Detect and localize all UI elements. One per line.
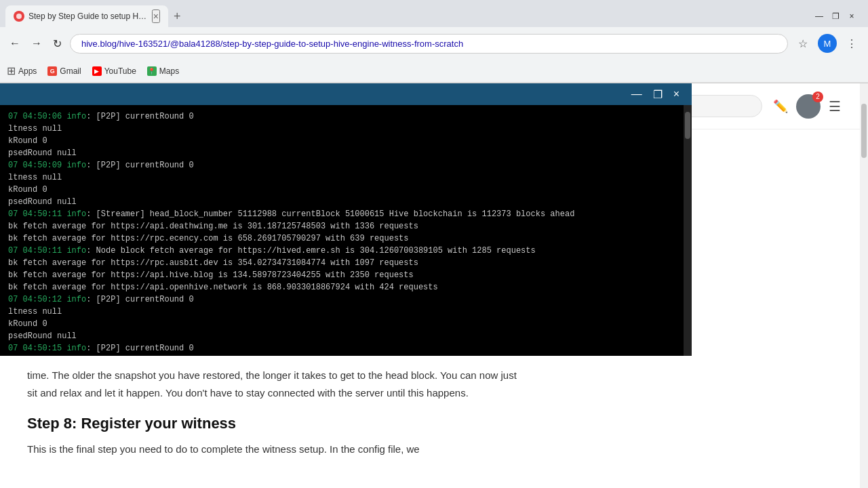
window-controls: — ❐ × — [814, 11, 863, 22]
tab-close-button[interactable]: × — [152, 9, 160, 23]
article-section: time. The older the snapshot you have re… — [0, 356, 868, 469]
back-button[interactable]: ← — [7, 35, 23, 52]
terminal-close-button[interactable]: × — [669, 87, 684, 102]
terminal-line-3: kRound 0 — [8, 135, 684, 147]
url-input[interactable] — [70, 34, 788, 54]
bookmark-apps[interactable]: ⊞ Apps — [7, 64, 37, 77]
bookmark-youtube[interactable]: ▶ YouTube — [92, 66, 136, 76]
terminal-line-11: bk fetch average for https://rpc.ecency.… — [8, 232, 684, 245]
terminal-window: — ❐ × 07 04:50:06 info: [P2P] currentRou… — [0, 83, 692, 356]
terminal-window-controls: — ❐ × — [627, 87, 684, 102]
reload-button[interactable]: ↻ — [50, 35, 64, 53]
address-bar: ← → ↻ ☆ M ⋮ — [0, 27, 868, 60]
toolbar-icons: ☆ M ⋮ — [793, 34, 861, 53]
apps-grid-icon: ⊞ — [7, 64, 16, 77]
terminal-line-15: bk fetch average for https://api.openhiv… — [8, 281, 684, 293]
apps-label: Apps — [18, 66, 37, 76]
terminal-line-1: 07 04:50:06 info: [P2P] currentRound 0 — [8, 110, 684, 123]
active-tab[interactable]: Step by Step Guide to setup Hiv... × — [5, 5, 168, 27]
terminal-line-5: 07 04:50:09 info: [P2P] currentRound 0 — [8, 159, 684, 171]
bookmark-maps[interactable]: 📍 Maps — [147, 66, 179, 76]
notification-badge: 2 — [812, 92, 823, 102]
maximize-button[interactable]: ❐ — [830, 11, 841, 22]
tab-title: Step by Step Guide to setup Hiv... — [28, 12, 148, 21]
gmail-icon: G — [47, 66, 57, 76]
maps-label: Maps — [159, 66, 179, 76]
terminal-line-7: kRound 0 — [8, 184, 684, 196]
maps-icon: 📍 — [147, 66, 157, 76]
tab-favicon — [14, 11, 24, 22]
terminal-line-12: 07 04:50:11 info: Node block fetch avera… — [8, 245, 684, 257]
terminal-line-6: ltness null — [8, 171, 684, 184]
profile-button[interactable]: M — [818, 34, 837, 53]
terminal-line-14: bk fetch average for https://api.hive.bl… — [8, 269, 684, 281]
terminal-line-9: 07 04:50:11 info: [Streamer] head_block_… — [8, 208, 684, 220]
terminal-line-2: ltness null — [8, 123, 684, 135]
terminal-line-19: psedRound null — [8, 330, 684, 342]
bookmark-button[interactable]: ☆ — [793, 34, 812, 53]
step8-text: This is the final step you need to do to… — [27, 441, 529, 458]
menu-button[interactable]: ⋮ — [842, 34, 861, 53]
page-scrollbar-thumb[interactable] — [861, 104, 867, 158]
terminal-line-17: ltness null — [8, 306, 684, 318]
youtube-label: YouTube — [104, 66, 136, 76]
header-actions: ✏️ 2 ☰ — [773, 94, 841, 119]
gmail-label: Gmail — [60, 66, 81, 76]
terminal-line-21: ltness null — [8, 354, 684, 356]
svg-point-0 — [16, 14, 22, 19]
page-content: HIVE BLOG Posts Proposals Witnesses Our … — [0, 83, 868, 488]
browser-chrome: Step by Step Guide to setup Hiv... × + —… — [0, 0, 868, 83]
terminal-line-4: psedRound null — [8, 147, 684, 159]
terminal-scrollbar[interactable] — [684, 105, 692, 356]
terminal-line-8: psedRound null — [8, 196, 684, 208]
step8-heading: Step 8: Register your witness — [27, 415, 841, 432]
bookmark-gmail[interactable]: G Gmail — [47, 66, 81, 76]
user-avatar[interactable]: 2 — [796, 94, 821, 119]
minimize-button[interactable]: — — [814, 11, 825, 22]
youtube-icon: ▶ — [92, 66, 102, 76]
hamburger-menu-icon[interactable]: ☰ — [829, 98, 841, 115]
tab-bar: Step by Step Guide to setup Hiv... × + —… — [0, 0, 868, 27]
terminal-maximize-button[interactable]: ❐ — [649, 87, 667, 102]
forward-button[interactable]: → — [28, 35, 45, 52]
terminal-line-10: bk fetch average for https://api.deathwi… — [8, 220, 684, 232]
terminal-line-16: 07 04:50:12 info: [P2P] currentRound 0 — [8, 293, 684, 306]
page-scrollbar[interactable] — [860, 83, 868, 488]
article-body-text: time. The older the snapshot you have re… — [27, 367, 529, 401]
terminal-line-20: 07 04:50:15 info: [P2P] currentRound 0 — [8, 342, 684, 354]
terminal-line-18: kRound 0 — [8, 318, 684, 330]
terminal-titlebar: — ❐ × — [0, 83, 692, 105]
terminal-line-13: bk fetch average for https://rpc.ausbit.… — [8, 257, 684, 269]
terminal-body[interactable]: 07 04:50:06 info: [P2P] currentRound 0 l… — [0, 105, 692, 356]
close-window-button[interactable]: × — [846, 11, 857, 22]
new-tab-button[interactable]: + — [168, 7, 186, 26]
terminal-scrollbar-thumb[interactable] — [685, 112, 690, 139]
terminal-minimize-button[interactable]: — — [627, 87, 646, 102]
write-icon[interactable]: ✏️ — [773, 99, 788, 114]
bookmarks-bar: ⊞ Apps G Gmail ▶ YouTube 📍 Maps — [0, 60, 868, 83]
